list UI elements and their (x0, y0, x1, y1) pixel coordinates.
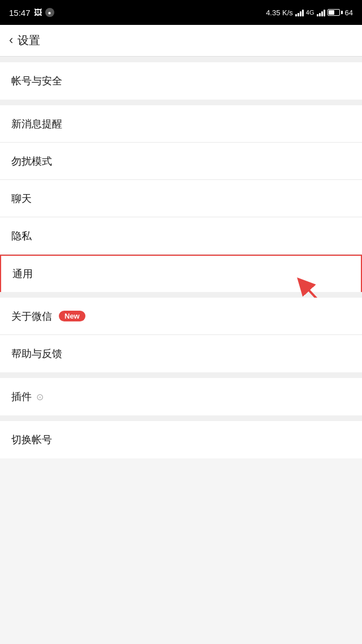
status-bar: 15:47 🖼 ● 4.35 K/s 4G 64 (0, 0, 362, 25)
menu-label-account-security: 帐号与安全 (11, 74, 62, 88)
battery-icon (327, 9, 343, 16)
menu-item-help-feedback[interactable]: 帮助与反馈 (0, 335, 362, 372)
photo-icon: 🖼 (34, 8, 42, 17)
menu-item-plugins[interactable]: 插件 ⊙ (0, 378, 362, 415)
menu-item-about-wechat[interactable]: 关于微信 New (0, 298, 362, 335)
new-badge: New (59, 311, 85, 321)
menu-item-new-message[interactable]: 新消息提醒 (0, 105, 362, 143)
back-chevron-icon: ‹ (9, 34, 13, 46)
section-account: 帐号与安全 (0, 62, 362, 100)
status-time: 15:47 (9, 8, 31, 18)
battery-level: 64 (345, 8, 353, 17)
section-gap-3 (0, 292, 362, 298)
back-button[interactable]: ‹ (9, 35, 13, 46)
menu-label-plugins: 插件 (11, 390, 32, 403)
network-speed: 4.35 K/s (266, 8, 293, 17)
menu-label-about-wechat: 关于微信 (11, 310, 52, 323)
menu-label-general: 通用 (12, 267, 33, 281)
section-notifications: 新消息提醒 勿扰模式 聊天 隐私 通用 (0, 105, 362, 292)
section-about: 关于微信 New 帮助与反馈 (0, 298, 362, 372)
notification-icon: ● (45, 8, 54, 17)
menu-item-switch-account[interactable]: 切换帐号 (0, 421, 362, 458)
section-gap-1 (0, 57, 362, 62)
signal-icon (295, 8, 304, 16)
menu-item-general[interactable]: 通用 (0, 255, 362, 292)
section-switch-account: 切换帐号 (0, 421, 362, 458)
section-gap-5 (0, 415, 362, 421)
section-gap-2 (0, 100, 362, 105)
menu-item-privacy[interactable]: 隐私 (0, 217, 362, 255)
menu-item-account-security[interactable]: 帐号与安全 (0, 62, 362, 100)
menu-label-switch-account: 切换帐号 (11, 433, 52, 446)
menu-label-help-feedback: 帮助与反馈 (11, 347, 62, 360)
menu-label-privacy: 隐私 (11, 229, 32, 243)
section-gap-4 (0, 372, 362, 378)
plugin-settings-icon: ⊙ (36, 392, 44, 402)
menu-item-dnd[interactable]: 勿扰模式 (0, 143, 362, 180)
network-type: 4G (306, 9, 314, 16)
status-bar-right: 4.35 K/s 4G 64 (266, 8, 353, 17)
signal-icon-2 (317, 8, 325, 16)
header: ‹ 设置 (0, 25, 362, 57)
status-bar-left: 15:47 🖼 ● (9, 8, 54, 18)
menu-label-new-message: 新消息提醒 (11, 117, 62, 131)
menu-label-dnd: 勿扰模式 (11, 154, 52, 168)
menu-item-chat[interactable]: 聊天 (0, 180, 362, 217)
menu-label-chat: 聊天 (11, 192, 32, 205)
page-title: 设置 (18, 33, 40, 48)
section-plugins: 插件 ⊙ (0, 378, 362, 415)
